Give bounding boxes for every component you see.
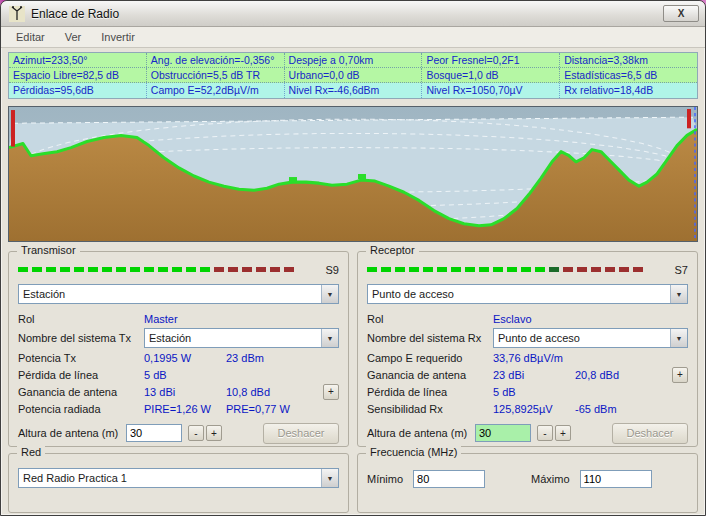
red-value: Red Radio Practica 1	[19, 472, 321, 484]
rx-unit-select[interactable]: Punto de acceso ▼	[367, 284, 688, 304]
chevron-down-icon[interactable]: ▼	[321, 469, 338, 487]
tx-rol-row: Rol Master	[18, 310, 339, 327]
chevron-down-icon[interactable]: ▼	[321, 329, 338, 347]
meter-segment	[633, 267, 643, 272]
chevron-down-icon[interactable]: ▼	[670, 285, 687, 303]
tx-radiada-row: Potencia radiada PIRE=1,26 W PRE=0,77 W	[18, 400, 339, 417]
chevron-down-icon[interactable]: ▼	[321, 285, 338, 303]
tx-altura-input[interactable]	[126, 424, 182, 442]
tx-potencia-label: Potencia Tx	[18, 352, 144, 364]
tx-perdida-value: 5 dB	[144, 369, 167, 381]
tx-antenna-plus-button[interactable]: +	[323, 384, 339, 400]
rx-deshacer-button[interactable]: Deshacer	[612, 423, 688, 444]
red-title: Red	[17, 446, 45, 458]
tx-potencia-w: 0,1995 W	[144, 352, 226, 364]
transmisor-title: Transmisor	[17, 244, 80, 256]
unit-marker-2	[358, 174, 366, 179]
tx-deshacer-button[interactable]: Deshacer	[263, 423, 339, 444]
rx-altura-input[interactable]	[475, 424, 531, 442]
freq-max-input[interactable]	[580, 470, 652, 488]
meter-segment	[423, 267, 433, 272]
tx-altura-row: Altura de antena (m) - + Deshacer	[18, 422, 339, 444]
rx-campo-label: Campo E requerido	[367, 352, 493, 364]
tx-ganancia-row: Ganancia de antena 13 dBi 10,8 dBd +	[18, 383, 339, 400]
close-button[interactable]: X	[663, 5, 699, 22]
terrain-profile-svg	[9, 107, 697, 241]
rx-sens-label: Sensibilidad Rx	[367, 403, 493, 415]
stat-rx-relativo: Rx relativo=18,4dB	[560, 83, 697, 98]
freq-max-label: Máximo	[531, 473, 570, 485]
rx-campo-value: 33,76 dBµV/m	[493, 352, 563, 364]
tx-sistema-row: Nombre del sistema Tx Estación ▼	[18, 327, 339, 349]
rx-antenna-plus-button[interactable]: +	[672, 367, 688, 383]
stat-bosque: Bosque=1,0 dB	[422, 68, 560, 82]
meter-segment	[214, 267, 224, 272]
meter-segment	[158, 267, 168, 272]
meter-segment	[507, 267, 517, 272]
stats-row-1: Azimut=233,50° Ang. de elevación=-0,356°…	[9, 53, 697, 68]
stat-elevacion: Ang. de elevación=-0,356°	[147, 53, 285, 67]
terrain-profile-chart[interactable]	[8, 106, 698, 242]
meter-segment	[74, 267, 84, 272]
rx-altura-label: Altura de antena (m)	[367, 427, 475, 439]
window-title: Enlace de Radio	[31, 7, 119, 21]
stat-campo-e: Campo E=52,2dBµV/m	[147, 83, 285, 98]
meter-segment	[18, 267, 28, 272]
menu-invertir[interactable]: Invertir	[92, 29, 144, 45]
meter-segment	[619, 267, 629, 272]
radio-link-window: Enlace de Radio X Editar Ver Invertir Az…	[0, 0, 706, 516]
meter-segment	[270, 267, 280, 272]
freq-min-input[interactable]	[413, 470, 485, 488]
tx-signal-meter	[18, 267, 319, 272]
rx-sens-uv: 125,8925µV	[493, 403, 575, 415]
meter-segment	[479, 267, 489, 272]
red-select[interactable]: Red Radio Practica 1 ▼	[18, 468, 339, 488]
meter-segment	[32, 267, 42, 272]
rx-ganancia-dbd: 20,8 dBd	[575, 369, 671, 381]
meter-segment	[451, 267, 461, 272]
meter-segment	[591, 267, 601, 272]
meter-segment	[284, 267, 294, 272]
meter-segment	[493, 267, 503, 272]
meter-segment	[172, 267, 182, 272]
rx-antenna-mast	[687, 109, 691, 128]
receptor-title: Receptor	[366, 244, 419, 256]
link-stats-panel: Azimut=233,50° Ang. de elevación=-0,356°…	[8, 52, 698, 99]
stat-estadisticas: Estadísticas=6,5 dB	[560, 68, 697, 82]
tx-ganancia-label: Ganancia de antena	[18, 386, 144, 398]
tx-rol-value: Master	[144, 313, 178, 325]
menu-editar[interactable]: Editar	[7, 29, 54, 45]
tx-unit-select[interactable]: Estación ▼	[18, 284, 339, 304]
chevron-down-icon[interactable]: ▼	[670, 329, 687, 347]
rx-campo-row: Campo E requerido 33,76 dBµV/m	[367, 349, 688, 366]
meter-segment	[521, 267, 531, 272]
rx-sistema-label: Nombre del sistema Rx	[367, 332, 493, 344]
rx-sistema-row: Nombre del sistema Rx Punto de acceso ▼	[367, 327, 688, 349]
tx-altura-minus-button[interactable]: -	[188, 425, 204, 441]
rx-sistema-select[interactable]: Punto de acceso ▼	[493, 328, 688, 348]
tx-sistema-select[interactable]: Estación ▼	[144, 328, 339, 348]
tx-rol-label: Rol	[18, 313, 144, 325]
rx-sens-dbm: -65 dBm	[575, 403, 671, 415]
rx-altura-plus-button[interactable]: +	[555, 425, 571, 441]
rx-perdida-value: 5 dB	[493, 386, 516, 398]
stat-espacio-libre: Espacio Libre=82,5 dB	[9, 68, 147, 82]
rx-sensibilidad-row: Sensibilidad Rx 125,8925µV -65 dBm	[367, 400, 688, 417]
meter-segment	[200, 267, 210, 272]
rx-altura-minus-button[interactable]: -	[537, 425, 553, 441]
meter-segment	[116, 267, 126, 272]
receptor-group: Receptor S7 Punto de acceso ▼ Rol Esclav…	[357, 251, 698, 447]
meter-segment	[130, 267, 140, 272]
rx-ganancia-row: Ganancia de antena 23 dBi 20,8 dBd +	[367, 366, 688, 383]
frecuencia-title: Frecuencia (MHz)	[366, 446, 461, 458]
rx-ganancia-dbi: 23 dBi	[493, 369, 575, 381]
meter-segment	[60, 267, 70, 272]
titlebar[interactable]: Enlace de Radio X	[1, 1, 705, 27]
meter-segment	[144, 267, 154, 272]
tx-altura-plus-button[interactable]: +	[206, 425, 222, 441]
frecuencia-group: Frecuencia (MHz) Mínimo Máximo	[357, 453, 698, 513]
stat-nivel-rx-dbm: Nivel Rx=-46,6dBm	[285, 83, 423, 98]
meter-segment	[395, 267, 405, 272]
menu-ver[interactable]: Ver	[56, 29, 91, 45]
tx-pre-value: PRE=0,77 W	[226, 403, 322, 415]
